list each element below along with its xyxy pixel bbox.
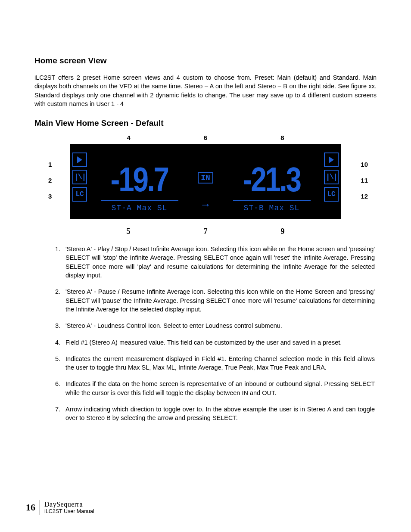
callout-right-col: 10 11 12 — [361, 161, 368, 200]
footer-docname: iLC2ST User Manual — [44, 508, 94, 514]
callout-5: 5 — [127, 227, 131, 236]
callout-9: 9 — [281, 227, 285, 236]
channel-b: -21.3 ST-B Max SL — [219, 146, 324, 218]
footer-brand: DaySequerra — [44, 501, 94, 508]
list-item: Indicates the current measurement displa… — [62, 355, 375, 372]
list-item: Field #1 (Stereo A) measured value. This… — [62, 338, 375, 347]
play-icon[interactable] — [72, 152, 87, 167]
channel-b-value: -21.3 — [243, 162, 300, 197]
footer-separator — [40, 500, 40, 515]
left-icon-stack: |\| LC — [72, 146, 87, 218]
diagram-wrapper: 4 6 8 1 2 3 10 11 12 |\| LC -19.7 ST-A M… — [35, 134, 376, 236]
subsection-heading: Main View Home Screen - Default — [34, 118, 377, 128]
callout-2: 2 — [48, 177, 52, 184]
list-item: 'Stereo A' - Pause / Resume Infinite Ave… — [62, 287, 375, 314]
channel-b-label[interactable]: ST-B Max SL — [233, 200, 311, 212]
callout-7: 7 — [204, 227, 208, 236]
list-item: Arrow indicating which direction to togg… — [62, 405, 375, 423]
channel-a: -19.7 ST-A Max SL — [87, 146, 192, 218]
callout-4: 4 — [127, 134, 130, 141]
page-number: 16 — [26, 502, 35, 513]
description-list: 'Stereo A' - Play / Stop / Reset Infinit… — [52, 245, 377, 422]
callout-6: 6 — [204, 134, 207, 141]
play-icon[interactable] — [324, 152, 339, 167]
callout-11: 11 — [361, 177, 368, 184]
callout-10: 10 — [361, 161, 368, 168]
channel-a-value: -19.7 — [111, 162, 168, 197]
callout-8: 8 — [280, 134, 284, 141]
list-item: 'Stereo A' - Loudness Control Icon. Sele… — [62, 321, 375, 330]
channel-a-label[interactable]: ST-A Max SL — [101, 200, 178, 212]
callout-bottom-row: 5 7 9 — [35, 227, 376, 236]
pause-icon[interactable]: |\| — [72, 170, 87, 184]
vfd-display: |\| LC -19.7 ST-A Max SL IN → -21.3 ST-B… — [70, 144, 341, 219]
section-heading: Home screen View — [34, 56, 377, 65]
toggle-arrow-icon[interactable]: → — [202, 199, 209, 211]
lc-icon[interactable]: LC — [324, 187, 339, 202]
intro-paragraph: iLC2ST offers 2 preset Home screen views… — [34, 73, 377, 108]
inout-badge[interactable]: IN — [198, 172, 213, 184]
lc-icon[interactable]: LC — [72, 187, 87, 202]
right-icon-stack: |\| LC — [324, 146, 339, 218]
callout-left-col: 1 2 3 — [48, 161, 52, 200]
callout-1: 1 — [48, 161, 52, 168]
list-item: 'Stereo A' - Play / Stop / Reset Infinit… — [62, 245, 375, 280]
page-footer: 16 DaySequerra iLC2ST User Manual — [26, 500, 94, 515]
callout-12: 12 — [361, 193, 368, 200]
list-item: Indicates if the data on the home screen… — [62, 380, 375, 397]
callout-top-row: 4 6 8 — [35, 134, 376, 141]
pause-icon[interactable]: |\| — [324, 170, 339, 184]
center-column: IN → — [192, 146, 219, 218]
callout-3: 3 — [48, 193, 52, 200]
